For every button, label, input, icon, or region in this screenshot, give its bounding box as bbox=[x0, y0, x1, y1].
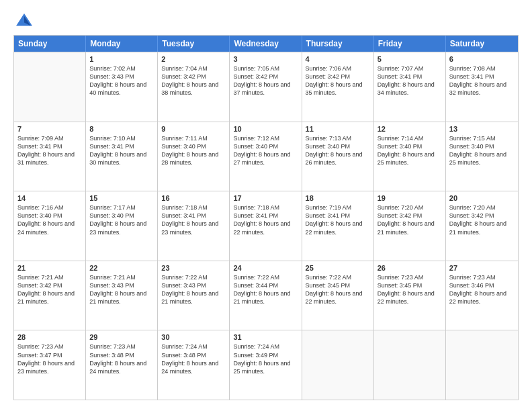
cell-info: Sunrise: 7:04 AMSunset: 3:42 PMDaylight:… bbox=[161, 64, 226, 97]
cell-info: Sunrise: 7:13 AMSunset: 3:40 PMDaylight:… bbox=[306, 134, 370, 167]
day-number: 4 bbox=[306, 55, 370, 63]
cell-info: Sunrise: 7:20 AMSunset: 3:42 PMDaylight:… bbox=[378, 203, 442, 236]
calendar-cell: 28Sunrise: 7:23 AMSunset: 3:47 PMDayligh… bbox=[14, 330, 86, 400]
calendar-cell: 4Sunrise: 7:06 AMSunset: 3:42 PMDaylight… bbox=[302, 52, 374, 122]
calendar-cell: 14Sunrise: 7:16 AMSunset: 3:40 PMDayligh… bbox=[14, 191, 86, 261]
calendar-cell: 9Sunrise: 7:11 AMSunset: 3:40 PMDaylight… bbox=[158, 122, 230, 191]
calendar-cell: 30Sunrise: 7:24 AMSunset: 3:48 PMDayligh… bbox=[158, 330, 230, 400]
day-number: 17 bbox=[233, 194, 298, 202]
logo bbox=[13, 11, 38, 32]
day-number: 9 bbox=[161, 125, 226, 133]
day-header-friday: Friday bbox=[374, 36, 446, 52]
day-number: 25 bbox=[306, 264, 370, 272]
day-number: 12 bbox=[378, 125, 442, 133]
cell-info: Sunrise: 7:09 AMSunset: 3:41 PMDaylight:… bbox=[17, 134, 82, 167]
day-number: 15 bbox=[89, 194, 154, 202]
calendar-cell: 19Sunrise: 7:20 AMSunset: 3:42 PMDayligh… bbox=[374, 191, 446, 261]
day-number: 18 bbox=[306, 194, 370, 202]
cell-info: Sunrise: 7:23 AMSunset: 3:48 PMDaylight:… bbox=[89, 342, 154, 375]
calendar-cell: 6Sunrise: 7:08 AMSunset: 3:41 PMDaylight… bbox=[446, 52, 518, 122]
calendar-cell: 5Sunrise: 7:07 AMSunset: 3:41 PMDaylight… bbox=[374, 52, 446, 122]
calendar-cell: 13Sunrise: 7:15 AMSunset: 3:40 PMDayligh… bbox=[446, 122, 518, 191]
calendar-row-2: 7Sunrise: 7:09 AMSunset: 3:41 PMDaylight… bbox=[14, 122, 518, 191]
cell-info: Sunrise: 7:14 AMSunset: 3:40 PMDaylight:… bbox=[378, 134, 442, 167]
calendar-cell: 1Sunrise: 7:02 AMSunset: 3:43 PMDaylight… bbox=[86, 52, 158, 122]
cell-info: Sunrise: 7:19 AMSunset: 3:41 PMDaylight:… bbox=[306, 203, 370, 236]
calendar-cell: 21Sunrise: 7:21 AMSunset: 3:42 PMDayligh… bbox=[14, 261, 86, 330]
day-number: 31 bbox=[233, 333, 298, 341]
cell-info: Sunrise: 7:21 AMSunset: 3:43 PMDaylight:… bbox=[89, 273, 154, 306]
calendar-cell: 20Sunrise: 7:20 AMSunset: 3:42 PMDayligh… bbox=[446, 191, 518, 261]
calendar-cell bbox=[374, 330, 446, 400]
cell-info: Sunrise: 7:11 AMSunset: 3:40 PMDaylight:… bbox=[161, 134, 226, 167]
calendar-cell: 18Sunrise: 7:19 AMSunset: 3:41 PMDayligh… bbox=[302, 191, 374, 261]
day-number: 14 bbox=[17, 194, 82, 202]
calendar: SundayMondayTuesdayWednesdayThursdayFrid… bbox=[13, 35, 519, 400]
day-number: 21 bbox=[17, 264, 82, 272]
cell-info: Sunrise: 7:20 AMSunset: 3:42 PMDaylight:… bbox=[449, 203, 515, 236]
day-number: 24 bbox=[233, 264, 298, 272]
cell-info: Sunrise: 7:10 AMSunset: 3:41 PMDaylight:… bbox=[89, 134, 154, 167]
cell-info: Sunrise: 7:21 AMSunset: 3:42 PMDaylight:… bbox=[17, 273, 82, 306]
calendar-row-4: 21Sunrise: 7:21 AMSunset: 3:42 PMDayligh… bbox=[14, 261, 518, 330]
day-header-saturday: Saturday bbox=[446, 36, 518, 52]
calendar-cell: 17Sunrise: 7:18 AMSunset: 3:41 PMDayligh… bbox=[230, 191, 302, 261]
calendar-row-3: 14Sunrise: 7:16 AMSunset: 3:40 PMDayligh… bbox=[14, 191, 518, 261]
cell-info: Sunrise: 7:18 AMSunset: 3:41 PMDaylight:… bbox=[161, 203, 226, 236]
day-number: 7 bbox=[17, 125, 82, 133]
header bbox=[13, 11, 519, 32]
day-number: 26 bbox=[378, 264, 442, 272]
cell-info: Sunrise: 7:22 AMSunset: 3:45 PMDaylight:… bbox=[306, 273, 370, 306]
cell-info: Sunrise: 7:12 AMSunset: 3:40 PMDaylight:… bbox=[233, 134, 298, 167]
day-number: 5 bbox=[378, 55, 442, 63]
day-number: 23 bbox=[161, 264, 226, 272]
calendar-cell: 26Sunrise: 7:23 AMSunset: 3:45 PMDayligh… bbox=[374, 261, 446, 330]
day-number: 28 bbox=[17, 333, 82, 341]
calendar-cell: 2Sunrise: 7:04 AMSunset: 3:42 PMDaylight… bbox=[158, 52, 230, 122]
day-number: 16 bbox=[161, 194, 226, 202]
calendar-body: 1Sunrise: 7:02 AMSunset: 3:43 PMDaylight… bbox=[14, 52, 518, 400]
day-number: 11 bbox=[306, 125, 370, 133]
calendar-cell bbox=[446, 330, 518, 400]
cell-info: Sunrise: 7:05 AMSunset: 3:42 PMDaylight:… bbox=[233, 64, 298, 97]
calendar-cell: 29Sunrise: 7:23 AMSunset: 3:48 PMDayligh… bbox=[86, 330, 158, 400]
calendar-cell bbox=[14, 52, 86, 122]
logo-icon bbox=[13, 11, 35, 32]
calendar-cell bbox=[302, 330, 374, 400]
day-number: 3 bbox=[233, 55, 298, 63]
calendar-row-5: 28Sunrise: 7:23 AMSunset: 3:47 PMDayligh… bbox=[14, 330, 518, 400]
calendar-cell: 22Sunrise: 7:21 AMSunset: 3:43 PMDayligh… bbox=[86, 261, 158, 330]
calendar-cell: 31Sunrise: 7:24 AMSunset: 3:49 PMDayligh… bbox=[230, 330, 302, 400]
calendar-row-1: 1Sunrise: 7:02 AMSunset: 3:43 PMDaylight… bbox=[14, 52, 518, 122]
cell-info: Sunrise: 7:24 AMSunset: 3:49 PMDaylight:… bbox=[233, 342, 298, 375]
calendar-header: SundayMondayTuesdayWednesdayThursdayFrid… bbox=[14, 36, 518, 52]
cell-info: Sunrise: 7:07 AMSunset: 3:41 PMDaylight:… bbox=[378, 64, 442, 97]
calendar-cell: 23Sunrise: 7:22 AMSunset: 3:43 PMDayligh… bbox=[158, 261, 230, 330]
cell-info: Sunrise: 7:23 AMSunset: 3:45 PMDaylight:… bbox=[378, 273, 442, 306]
calendar-cell: 8Sunrise: 7:10 AMSunset: 3:41 PMDaylight… bbox=[86, 122, 158, 191]
calendar-cell: 16Sunrise: 7:18 AMSunset: 3:41 PMDayligh… bbox=[158, 191, 230, 261]
cell-info: Sunrise: 7:02 AMSunset: 3:43 PMDaylight:… bbox=[89, 64, 154, 97]
calendar-cell: 24Sunrise: 7:22 AMSunset: 3:44 PMDayligh… bbox=[230, 261, 302, 330]
calendar-cell: 27Sunrise: 7:23 AMSunset: 3:46 PMDayligh… bbox=[446, 261, 518, 330]
cell-info: Sunrise: 7:18 AMSunset: 3:41 PMDaylight:… bbox=[233, 203, 298, 236]
calendar-cell: 15Sunrise: 7:17 AMSunset: 3:40 PMDayligh… bbox=[86, 191, 158, 261]
day-number: 30 bbox=[161, 333, 226, 341]
day-number: 6 bbox=[449, 55, 515, 63]
cell-info: Sunrise: 7:08 AMSunset: 3:41 PMDaylight:… bbox=[449, 64, 515, 97]
day-number: 13 bbox=[449, 125, 515, 133]
day-header-monday: Monday bbox=[86, 36, 158, 52]
day-number: 1 bbox=[89, 55, 154, 63]
cell-info: Sunrise: 7:22 AMSunset: 3:44 PMDaylight:… bbox=[233, 273, 298, 306]
day-header-thursday: Thursday bbox=[302, 36, 374, 52]
day-number: 2 bbox=[161, 55, 226, 63]
calendar-cell: 10Sunrise: 7:12 AMSunset: 3:40 PMDayligh… bbox=[230, 122, 302, 191]
cell-info: Sunrise: 7:24 AMSunset: 3:48 PMDaylight:… bbox=[161, 342, 226, 375]
day-number: 22 bbox=[89, 264, 154, 272]
day-header-sunday: Sunday bbox=[14, 36, 86, 52]
cell-info: Sunrise: 7:22 AMSunset: 3:43 PMDaylight:… bbox=[161, 273, 226, 306]
page: SundayMondayTuesdayWednesdayThursdayFrid… bbox=[0, 0, 532, 411]
calendar-cell: 7Sunrise: 7:09 AMSunset: 3:41 PMDaylight… bbox=[14, 122, 86, 191]
cell-info: Sunrise: 7:16 AMSunset: 3:40 PMDaylight:… bbox=[17, 203, 82, 236]
day-number: 20 bbox=[449, 194, 515, 202]
